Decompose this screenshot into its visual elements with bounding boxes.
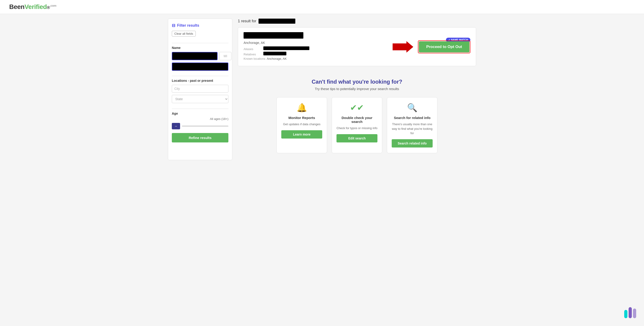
result-name-redacted [244,32,303,39]
result-known-locations-row: Known locations Anchorage, AK [244,57,392,60]
bottom-right-decoration [623,305,637,319]
proceed-btn-container: ✓ NAME MATCH Proceed to Opt Out [418,40,470,53]
tip-card-monitor: 🔔 Monitor Reports Get updates if data ch… [276,97,327,153]
tip-double-check-desc: Check for typos or missing info [336,126,378,130]
tip-card-double-check: ✔✔ Double check your search Check for ty… [332,97,382,153]
result-info: Anchorage, AK Aliases Relatives Known lo… [244,32,392,61]
site-logo: BeenVerified®.com [9,3,56,10]
chat-icon-decoration [623,305,637,319]
known-locations-label: Known locations [244,57,266,60]
proceed-btn-wrapper: Proceed to Opt Out [418,40,470,53]
svg-rect-2 [628,307,632,318]
cant-find-title: Can't find what you're looking for? [242,79,472,85]
results-count: 1 result for [238,19,256,23]
age-slider-row: ↔ [172,123,228,129]
sidebar-divider-3 [172,109,228,109]
known-locations-value: Anchorage, AK [267,57,287,60]
check-icon: ✔✔ [350,103,364,113]
content-area: 1 result for Anchorage, AK Aliases Relat… [238,18,476,160]
red-arrow-icon [392,41,413,53]
logo-dot: ® [47,5,50,10]
refine-results-button[interactable]: Refine results [172,133,228,142]
tip-monitor-title: Monitor Reports [288,116,315,120]
result-location: Anchorage, AK [244,41,392,44]
tip-monitor-desc: Get updates if data changes [283,122,320,127]
aliases-value-redacted [263,46,309,50]
tips-row: 🔔 Monitor Reports Get updates if data ch… [242,97,472,153]
logo-verified: Verified [24,3,47,10]
name-section-label: Name [172,46,228,50]
svg-rect-3 [633,309,636,318]
proceed-to-opt-out-button[interactable]: Proceed to Opt Out [419,41,470,52]
locations-label: Locations - past or present [172,79,228,82]
age-sublabel: All ages (18+) [172,117,228,121]
svg-marker-0 [392,41,413,53]
logo-com: .com [50,4,56,7]
tip-search-related-desc: There's usually more than one way to fin… [392,122,433,136]
tip-search-related-title: Search for related info [394,116,430,120]
sidebar-title-text: Filter results [177,23,199,27]
main-layout: ⊟ Filter results Clear all fields Name L… [161,14,483,165]
tip-card-search-related: 🔍 Search for related info There's usuall… [387,97,438,153]
results-header: 1 result for [238,18,476,24]
edit-search-button[interactable]: Edit search [336,134,378,142]
sidebar-divider-1 [172,43,228,43]
result-relatives-row: Relatives [244,52,392,56]
svg-rect-1 [624,310,628,318]
clear-fields-button[interactable]: Clear all fields [172,31,196,36]
cant-find-subtitle: Try these tips to potentially improve yo… [242,87,472,91]
tip-double-check-title: Double check your search [336,116,378,124]
result-action-area: ✓ NAME MATCH Proceed to Opt Out [392,40,470,53]
middle-initial-input[interactable] [220,52,232,60]
filter-icon: ⊟ [172,23,175,28]
age-label: Age [172,112,228,115]
result-aliases-row: Aliases [244,46,392,51]
age-slider-track[interactable] [182,125,228,127]
learn-more-button[interactable]: Learn more [281,130,322,139]
bell-icon: 🔔 [297,103,307,113]
sidebar: ⊟ Filter results Clear all fields Name L… [168,18,232,160]
search-related-info-button[interactable]: Search related info [392,139,433,147]
relatives-value-redacted [263,52,286,55]
first-name-input[interactable] [172,52,218,60]
relatives-label: Relatives [244,53,262,56]
name-first-row [172,52,228,60]
state-select[interactable]: State AL AK AZ CA CO FL NY TX [172,95,228,103]
logo-been: Been [9,3,24,10]
last-name-input[interactable] [172,62,228,71]
sidebar-title: ⊟ Filter results [172,23,228,28]
search-icon: 🔍 [407,103,418,113]
search-name-redacted [258,18,295,24]
age-slider-handle[interactable]: ↔ [172,123,180,129]
cant-find-section: Can't find what you're looking for? Try … [238,72,476,160]
sidebar-divider-2 [172,76,228,76]
city-input[interactable] [172,85,228,93]
result-card: Anchorage, AK Aliases Relatives Known lo… [238,27,476,66]
aliases-label: Aliases [244,47,262,51]
site-header: BeenVerified®.com [0,0,644,14]
